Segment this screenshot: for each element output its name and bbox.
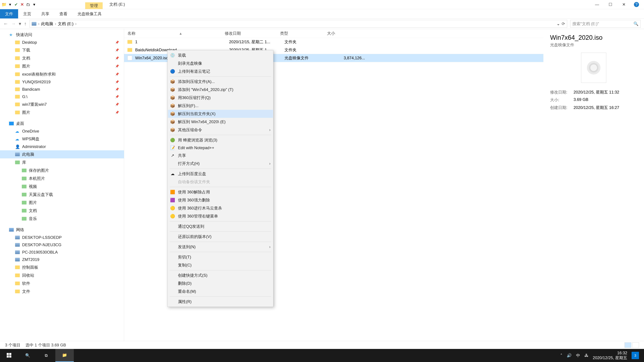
nav-back-button[interactable]: ← [3, 21, 8, 26]
nav-forward-button[interactable]: → [11, 21, 16, 26]
ribbon-tab-disc-tools[interactable]: 光盘映像工具 [72, 9, 107, 18]
context-menu-item[interactable]: 📦解压到当前文件夹(X) [168, 110, 273, 118]
save-icon[interactable]: ✔ [14, 2, 18, 6]
nav-desktop-item[interactable]: 库 [0, 158, 124, 166]
nav-network-item[interactable]: ZMT2019 [0, 256, 124, 263]
context-menu-item[interactable]: ↗共享 [168, 151, 273, 160]
breadcrumb-dropdown-icon[interactable]: ⌄ [556, 21, 560, 26]
context-menu-item[interactable]: 删除(D) [168, 279, 273, 287]
minimize-button[interactable]: — [594, 1, 600, 8]
chevron-right-icon[interactable]: › [55, 21, 56, 26]
task-view-button[interactable]: ⧉ [37, 349, 55, 362]
context-tab-manage[interactable]: 管理 [85, 2, 103, 9]
column-header-type[interactable]: 类型 [280, 31, 327, 36]
context-menu-item[interactable]: 🔵上传到有道云笔记 [168, 67, 273, 75]
nav-qa-item[interactable]: Desktop 📌 [0, 39, 124, 46]
search-button[interactable]: 🔍 [18, 349, 37, 362]
nav-lib-item[interactable]: 文档 [0, 207, 124, 215]
nav-lib-item[interactable]: 本机照片 [0, 174, 124, 183]
nav-network-item[interactable]: PC-20190530OBLA [0, 249, 124, 256]
view-thumbnails-button[interactable] [632, 343, 639, 348]
network-tray-icon[interactable]: 🖧 [584, 353, 588, 358]
context-menu-item[interactable]: 🟡使用 360管理右键菜单 [168, 212, 273, 220]
nav-qa-item[interactable]: excel表格制作求和 📌 [0, 70, 124, 78]
nav-desktop-item[interactable]: 👤Administrator [0, 143, 124, 150]
context-menu-item[interactable]: 💿装载 [168, 51, 273, 59]
context-menu-item[interactable]: 🟢用 蜂蜜浏览器 浏览(3) [168, 136, 273, 144]
search-icon[interactable]: 🔍 [634, 21, 638, 26]
context-menu-item[interactable]: 属性(R) [168, 298, 273, 306]
breadcrumb[interactable]: › 此电脑 › 文档 (E:) › ⌄ ⟳ [30, 20, 567, 28]
context-menu-item[interactable]: 🟪使用 360强力删除 [168, 196, 273, 204]
context-menu-item[interactable]: 打开方式(H)› [168, 160, 273, 168]
nav-qa-item[interactable]: G:\ 📌 [0, 93, 124, 100]
context-menu-item[interactable]: 重命名(M) [168, 287, 273, 296]
context-menu-item[interactable]: 📝Edit with Notepad++ [168, 144, 273, 151]
context-menu-item[interactable]: 复制(C) [168, 261, 273, 269]
ime-indicator[interactable]: 中 [576, 353, 580, 358]
context-menu-item[interactable]: 剪切(T) [168, 253, 273, 261]
context-menu-item[interactable]: 通过QQ发送到 [168, 222, 273, 230]
nav-qa-item[interactable]: Bandicam 📌 [0, 86, 124, 93]
volume-icon[interactable]: 🔊 [567, 353, 572, 358]
search-input[interactable]: 搜索"文档 (E:)" 🔍 [570, 20, 641, 28]
nav-network[interactable]: 网络 [0, 226, 124, 234]
nav-qa-item[interactable]: 文档 📌 [0, 54, 124, 62]
nav-qa-item[interactable]: 图片 📌 [0, 108, 124, 116]
context-menu-item[interactable]: ☁上传到百度云盘 [168, 170, 273, 178]
nav-network-item[interactable]: DESKTOP-LSSOEDP [0, 234, 124, 241]
nav-other-item[interactable]: 回收站 [0, 271, 124, 279]
refresh-button[interactable]: ⟳ [562, 21, 565, 26]
nav-lib-item[interactable]: 图片 [0, 199, 124, 207]
chevron-right-icon[interactable]: › [75, 21, 76, 26]
taskbar-clock[interactable]: 16:32 2020/12/25, 星期五 [593, 351, 627, 360]
chevron-right-icon[interactable]: › [38, 21, 40, 26]
column-header-name[interactable]: 名称▴ [128, 31, 225, 36]
context-menu-item[interactable]: 发送到(N)› [168, 243, 273, 251]
tray-overflow-icon[interactable]: ˄ [560, 353, 562, 358]
nav-other-item[interactable]: 软件 [0, 279, 124, 287]
view-details-button[interactable] [624, 343, 631, 348]
context-menu-item[interactable]: 🟧使用 360解除占用 [168, 188, 273, 196]
nav-other-item[interactable]: 控制面板 [0, 263, 124, 271]
context-menu-item[interactable]: 📦添加到压缩文件(A)... [168, 78, 273, 86]
context-menu-item[interactable]: 📦解压到 Win7x64_2020\ (E) [168, 118, 273, 126]
ribbon-tab-home[interactable]: 主页 [18, 9, 36, 18]
nav-lib-item[interactable]: 音乐 [0, 215, 124, 223]
nav-qa-item[interactable]: 下载 📌 [0, 46, 124, 54]
context-menu-item[interactable]: 📦其他压缩命令› [168, 126, 273, 134]
nav-lib-item[interactable]: 保存的图片 [0, 166, 124, 174]
ribbon-tab-share[interactable]: 共享 [36, 9, 54, 18]
close-icon[interactable]: ✕ [20, 2, 24, 6]
context-menu-item[interactable]: 还原以前的版本(V) [168, 233, 273, 241]
context-menu-item[interactable]: 创建快捷方式(S) [168, 271, 273, 279]
context-menu-item[interactable]: 🟡使用 360进行木马云查杀 [168, 204, 273, 212]
taskbar-explorer[interactable]: 📁 [55, 349, 74, 362]
nav-desktop-item[interactable]: ☁OneDrive [0, 128, 124, 135]
column-header-date[interactable]: 修改日期 [225, 31, 280, 36]
nav-lib-item[interactable]: 天翼云盘下载 [0, 191, 124, 199]
close-button[interactable]: ✕ [620, 1, 627, 8]
context-menu-item[interactable]: 📦解压到(F)... [168, 102, 273, 110]
help-button[interactable]: ? [634, 2, 639, 7]
nav-desktop[interactable]: 桌面 [0, 119, 124, 128]
nav-lib-item[interactable]: 视频 [0, 183, 124, 191]
context-menu-item[interactable]: 📦添加到 "Win7x64_2020.zip" (T) [168, 86, 273, 94]
maximize-button[interactable]: ☐ [607, 1, 614, 8]
nav-qa-item[interactable]: win7重装win7 📌 [0, 100, 124, 108]
file-row[interactable]: 1 2020/12/15, 星期二 1... 文件夹 [124, 38, 544, 46]
ribbon-file-tab[interactable]: 文件 [0, 9, 18, 18]
context-menu-item[interactable]: 📦用360压缩打开(Q) [168, 94, 273, 102]
start-button[interactable] [0, 349, 18, 362]
nav-quick-access[interactable]: ★ 快速访问 [0, 31, 124, 39]
ribbon-tab-view[interactable]: 查看 [54, 9, 72, 18]
nav-network-item[interactable]: DESKTOP-NJEU3CG [0, 241, 124, 249]
nav-desktop-item[interactable]: 此电脑 [0, 150, 124, 158]
nav-up-button[interactable]: ↑ [24, 21, 26, 26]
breadcrumb-item[interactable]: 文档 (E:) [58, 21, 74, 26]
breadcrumb-item[interactable]: 此电脑 [41, 21, 53, 26]
nav-qa-item[interactable]: 图片 📌 [0, 62, 124, 70]
column-header-size[interactable]: 大小 [327, 31, 360, 36]
nav-history-dropdown[interactable]: ▾ [19, 21, 21, 26]
nav-desktop-item[interactable]: ☁WPS网盘 [0, 135, 124, 143]
